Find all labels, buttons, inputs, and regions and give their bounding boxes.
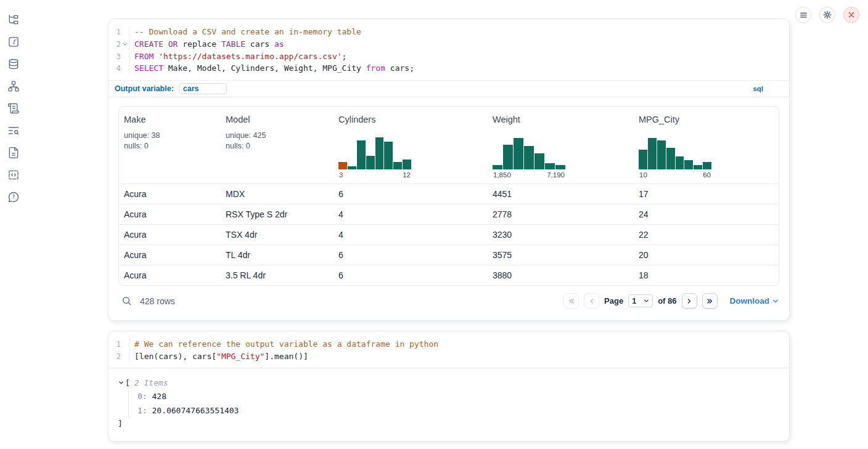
histogram: 1,8507,190 bbox=[493, 137, 565, 179]
settings-button[interactable] bbox=[819, 7, 835, 23]
histogram-bar bbox=[384, 142, 393, 169]
column-name: MPG_City bbox=[639, 115, 774, 124]
dependency-graph-icon[interactable] bbox=[6, 79, 21, 94]
shutdown-button[interactable] bbox=[843, 7, 859, 23]
code-text: CREATE OR replace TABLE cars as bbox=[129, 38, 284, 51]
table-row: AcuraTSX 4dr4323022 bbox=[119, 224, 779, 245]
first-page-button[interactable] bbox=[563, 293, 579, 309]
column-header-cylinders[interactable]: Cylinders312 bbox=[334, 107, 488, 184]
snippets-icon[interactable] bbox=[6, 168, 21, 182]
line-number: 3 bbox=[108, 52, 121, 61]
table-row: Acura3.5 RL 4dr6388018 bbox=[119, 265, 779, 285]
table-cell: Acura bbox=[119, 225, 221, 245]
last-page-button[interactable] bbox=[702, 293, 718, 309]
code-text: -- Download a CSV and create an in-memor… bbox=[129, 26, 361, 38]
file-tree-icon[interactable] bbox=[6, 12, 21, 27]
table-body: AcuraMDX6445117AcuraRSX Type S 2dr427782… bbox=[119, 184, 779, 285]
table-cell: 24 bbox=[634, 204, 779, 224]
collapse-chevron-icon[interactable] bbox=[117, 380, 125, 386]
table-cell: 20 bbox=[634, 245, 779, 265]
table-cell: 17 bbox=[634, 184, 779, 204]
histogram-bar bbox=[703, 162, 711, 169]
table-row: AcuraTL 4dr6357520 bbox=[119, 245, 779, 265]
svg-text:?: ? bbox=[12, 193, 15, 200]
histogram-bar bbox=[375, 137, 384, 169]
documentation-icon[interactable] bbox=[6, 145, 21, 160]
sql-code-editor[interactable]: 1-- Download a CSV and create an in-memo… bbox=[108, 19, 789, 80]
search-icon bbox=[121, 296, 132, 306]
histogram-bar bbox=[524, 146, 534, 169]
output-variable-row: Output variable: sql bbox=[108, 80, 789, 97]
variables-icon[interactable]: f bbox=[6, 34, 21, 49]
next-page-button[interactable] bbox=[682, 293, 697, 309]
output-variable-input[interactable] bbox=[179, 83, 227, 94]
python-cell: 1# We can reference the output variable … bbox=[108, 331, 790, 442]
notebook: 1-- Download a CSV and create an in-memo… bbox=[108, 18, 790, 442]
table-cell: Acura bbox=[119, 265, 221, 285]
column-name: Model bbox=[226, 115, 329, 124]
column-header-weight[interactable]: Weight1,8507,190 bbox=[488, 107, 634, 184]
fold-chevron-icon[interactable] bbox=[121, 42, 129, 47]
code-line: 2CREATE OR replace TABLE cars as bbox=[108, 38, 789, 51]
column-name: Weight bbox=[493, 115, 629, 124]
download-button[interactable]: Download bbox=[730, 296, 779, 305]
open-bracket: [ bbox=[125, 378, 130, 387]
line-number: 1 bbox=[108, 339, 121, 349]
histogram-bar bbox=[694, 165, 702, 169]
column-name: Make bbox=[124, 115, 216, 124]
table-cell: 4451 bbox=[488, 184, 634, 204]
table-cell: 18 bbox=[634, 265, 779, 285]
code-text: FROM 'https://datasets.marimo.app/cars.c… bbox=[129, 50, 346, 62]
tree-entry: 0: 428 bbox=[137, 389, 780, 403]
table-cell: 4 bbox=[334, 225, 488, 245]
column-name: Cylinders bbox=[338, 115, 483, 124]
code-text: [len(cars), cars["MPG_City"].mean()] bbox=[129, 350, 308, 362]
previous-page-button[interactable] bbox=[584, 293, 599, 309]
histogram-bar bbox=[493, 165, 502, 169]
search-button[interactable] bbox=[119, 294, 134, 309]
column-header-make[interactable]: Makeunique: 38nulls: 0 bbox=[119, 107, 221, 184]
histogram-bar bbox=[676, 156, 684, 169]
chevron-left-icon bbox=[588, 297, 596, 305]
tree-entries: 0: 4281: 20.060747663551403 bbox=[128, 389, 780, 418]
output-tree: [ 2 Items 0: 4281: 20.060747663551403 ] bbox=[108, 368, 789, 441]
column-header-model[interactable]: Modelunique: 425nulls: 0 bbox=[221, 107, 334, 184]
table-row: AcuraRSX Type S 2dr4277824 bbox=[119, 204, 779, 224]
histogram-axis-labels: 312 bbox=[338, 171, 411, 179]
chevron-down-icon bbox=[644, 298, 649, 304]
histogram-bar bbox=[503, 145, 513, 169]
chevrons-left-icon bbox=[568, 297, 575, 305]
table-cell: 3.5 RL 4dr bbox=[221, 265, 334, 285]
page-select[interactable]: 1 bbox=[628, 294, 653, 307]
menu-icon bbox=[800, 11, 808, 19]
menu-button[interactable] bbox=[795, 7, 811, 23]
table-cell: Acura bbox=[119, 184, 221, 204]
close-bracket: ] bbox=[118, 418, 780, 430]
histogram: 312 bbox=[338, 137, 411, 179]
column-header-mpg_city[interactable]: MPG_City1060 bbox=[634, 107, 779, 184]
sql-cell: 1-- Download a CSV and create an in-memo… bbox=[108, 18, 790, 321]
table-row: AcuraMDX6445117 bbox=[119, 184, 779, 204]
table-cell: Acura bbox=[119, 245, 221, 265]
pagination: Page 1 of 86 Download bbox=[563, 293, 779, 309]
histogram-bar bbox=[648, 138, 657, 169]
histogram-bar bbox=[366, 156, 375, 169]
scratchpad-icon[interactable] bbox=[6, 101, 21, 116]
chat-help-icon[interactable]: ? bbox=[6, 190, 21, 204]
histogram: 1060 bbox=[639, 137, 711, 179]
histogram-bar bbox=[684, 160, 693, 169]
output-variable-label: Output variable: bbox=[115, 84, 174, 93]
tree-root: [ 2 Items bbox=[117, 378, 780, 387]
code-line: 4SELECT Make, Model, Cylinders, Weight, … bbox=[108, 62, 789, 75]
line-number: 4 bbox=[108, 63, 121, 73]
gear-icon bbox=[823, 10, 832, 19]
datasets-icon[interactable] bbox=[6, 57, 21, 71]
python-code-editor[interactable]: 1# We can reference the output variable … bbox=[108, 331, 789, 368]
svg-text:f: f bbox=[12, 38, 17, 46]
logs-icon[interactable] bbox=[6, 123, 21, 138]
histogram-axis-labels: 1,8507,190 bbox=[493, 171, 565, 179]
code-text: SELECT Make, Model, Cylinders, Weight, M… bbox=[129, 62, 414, 75]
column-stats: unique: 425nulls: 0 bbox=[226, 131, 329, 152]
line-number: 1 bbox=[108, 27, 121, 36]
table-cell: MDX bbox=[221, 184, 334, 204]
